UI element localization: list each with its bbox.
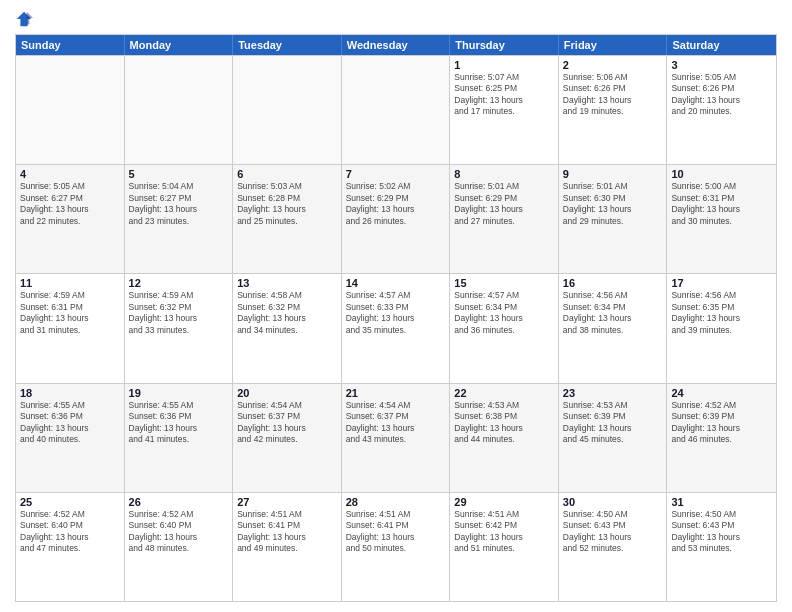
calendar-day-cell: 23Sunrise: 4:53 AM Sunset: 6:39 PM Dayli… [559,384,668,492]
calendar-day-cell [342,56,451,164]
calendar-day-cell: 17Sunrise: 4:56 AM Sunset: 6:35 PM Dayli… [667,274,776,382]
calendar-header-cell: Friday [559,35,668,55]
calendar-day-cell: 27Sunrise: 4:51 AM Sunset: 6:41 PM Dayli… [233,493,342,601]
calendar-week-row: 11Sunrise: 4:59 AM Sunset: 6:31 PM Dayli… [16,273,776,382]
calendar-day-cell: 9Sunrise: 5:01 AM Sunset: 6:30 PM Daylig… [559,165,668,273]
day-info: Sunrise: 5:03 AM Sunset: 6:28 PM Dayligh… [237,181,337,227]
day-info: Sunrise: 4:51 AM Sunset: 6:42 PM Dayligh… [454,509,554,555]
day-info: Sunrise: 4:51 AM Sunset: 6:41 PM Dayligh… [237,509,337,555]
calendar-day-cell: 19Sunrise: 4:55 AM Sunset: 6:36 PM Dayli… [125,384,234,492]
calendar-day-cell: 25Sunrise: 4:52 AM Sunset: 6:40 PM Dayli… [16,493,125,601]
calendar-day-cell: 12Sunrise: 4:59 AM Sunset: 6:32 PM Dayli… [125,274,234,382]
day-number: 26 [129,496,229,508]
day-info: Sunrise: 4:55 AM Sunset: 6:36 PM Dayligh… [129,400,229,446]
day-number: 13 [237,277,337,289]
day-info: Sunrise: 4:58 AM Sunset: 6:32 PM Dayligh… [237,290,337,336]
day-info: Sunrise: 4:56 AM Sunset: 6:35 PM Dayligh… [671,290,772,336]
calendar-day-cell: 2Sunrise: 5:06 AM Sunset: 6:26 PM Daylig… [559,56,668,164]
calendar-day-cell: 5Sunrise: 5:04 AM Sunset: 6:27 PM Daylig… [125,165,234,273]
calendar-day-cell: 8Sunrise: 5:01 AM Sunset: 6:29 PM Daylig… [450,165,559,273]
day-number: 1 [454,59,554,71]
calendar-day-cell: 3Sunrise: 5:05 AM Sunset: 6:26 PM Daylig… [667,56,776,164]
day-number: 7 [346,168,446,180]
calendar-header-cell: Saturday [667,35,776,55]
day-info: Sunrise: 5:01 AM Sunset: 6:30 PM Dayligh… [563,181,663,227]
day-info: Sunrise: 4:54 AM Sunset: 6:37 PM Dayligh… [237,400,337,446]
day-info: Sunrise: 4:56 AM Sunset: 6:34 PM Dayligh… [563,290,663,336]
day-number: 22 [454,387,554,399]
calendar-header-cell: Monday [125,35,234,55]
calendar-day-cell: 20Sunrise: 4:54 AM Sunset: 6:37 PM Dayli… [233,384,342,492]
calendar-header-cell: Wednesday [342,35,451,55]
day-info: Sunrise: 4:53 AM Sunset: 6:38 PM Dayligh… [454,400,554,446]
page-container: SundayMondayTuesdayWednesdayThursdayFrid… [0,0,792,612]
calendar-day-cell: 15Sunrise: 4:57 AM Sunset: 6:34 PM Dayli… [450,274,559,382]
calendar-day-cell: 29Sunrise: 4:51 AM Sunset: 6:42 PM Dayli… [450,493,559,601]
calendar-day-cell: 14Sunrise: 4:57 AM Sunset: 6:33 PM Dayli… [342,274,451,382]
day-number: 21 [346,387,446,399]
calendar-day-cell: 6Sunrise: 5:03 AM Sunset: 6:28 PM Daylig… [233,165,342,273]
calendar-day-cell: 11Sunrise: 4:59 AM Sunset: 6:31 PM Dayli… [16,274,125,382]
day-number: 12 [129,277,229,289]
calendar-week-row: 4Sunrise: 5:05 AM Sunset: 6:27 PM Daylig… [16,164,776,273]
day-number: 19 [129,387,229,399]
day-info: Sunrise: 4:55 AM Sunset: 6:36 PM Dayligh… [20,400,120,446]
day-info: Sunrise: 5:02 AM Sunset: 6:29 PM Dayligh… [346,181,446,227]
calendar-day-cell: 24Sunrise: 4:52 AM Sunset: 6:39 PM Dayli… [667,384,776,492]
day-info: Sunrise: 5:01 AM Sunset: 6:29 PM Dayligh… [454,181,554,227]
day-number: 23 [563,387,663,399]
calendar-header: SundayMondayTuesdayWednesdayThursdayFrid… [16,35,776,55]
calendar-day-cell: 22Sunrise: 4:53 AM Sunset: 6:38 PM Dayli… [450,384,559,492]
calendar-header-cell: Sunday [16,35,125,55]
day-info: Sunrise: 4:52 AM Sunset: 6:39 PM Dayligh… [671,400,772,446]
day-info: Sunrise: 4:50 AM Sunset: 6:43 PM Dayligh… [563,509,663,555]
day-info: Sunrise: 4:54 AM Sunset: 6:37 PM Dayligh… [346,400,446,446]
day-number: 31 [671,496,772,508]
day-info: Sunrise: 4:57 AM Sunset: 6:34 PM Dayligh… [454,290,554,336]
day-info: Sunrise: 4:51 AM Sunset: 6:41 PM Dayligh… [346,509,446,555]
svg-marker-1 [27,12,33,25]
day-number: 17 [671,277,772,289]
day-number: 4 [20,168,120,180]
day-info: Sunrise: 5:06 AM Sunset: 6:26 PM Dayligh… [563,72,663,118]
calendar-day-cell: 10Sunrise: 5:00 AM Sunset: 6:31 PM Dayli… [667,165,776,273]
calendar-day-cell: 1Sunrise: 5:07 AM Sunset: 6:25 PM Daylig… [450,56,559,164]
calendar-day-cell: 31Sunrise: 4:50 AM Sunset: 6:43 PM Dayli… [667,493,776,601]
calendar-day-cell: 28Sunrise: 4:51 AM Sunset: 6:41 PM Dayli… [342,493,451,601]
calendar: SundayMondayTuesdayWednesdayThursdayFrid… [15,34,777,602]
day-number: 27 [237,496,337,508]
day-info: Sunrise: 5:05 AM Sunset: 6:26 PM Dayligh… [671,72,772,118]
day-number: 15 [454,277,554,289]
day-number: 14 [346,277,446,289]
day-number: 11 [20,277,120,289]
day-number: 2 [563,59,663,71]
calendar-header-cell: Tuesday [233,35,342,55]
day-info: Sunrise: 5:07 AM Sunset: 6:25 PM Dayligh… [454,72,554,118]
calendar-day-cell [16,56,125,164]
day-info: Sunrise: 4:57 AM Sunset: 6:33 PM Dayligh… [346,290,446,336]
calendar-day-cell: 16Sunrise: 4:56 AM Sunset: 6:34 PM Dayli… [559,274,668,382]
calendar-day-cell [233,56,342,164]
calendar-week-row: 1Sunrise: 5:07 AM Sunset: 6:25 PM Daylig… [16,55,776,164]
page-header [15,10,777,28]
day-number: 8 [454,168,554,180]
day-number: 29 [454,496,554,508]
calendar-body: 1Sunrise: 5:07 AM Sunset: 6:25 PM Daylig… [16,55,776,601]
calendar-day-cell: 30Sunrise: 4:50 AM Sunset: 6:43 PM Dayli… [559,493,668,601]
day-number: 3 [671,59,772,71]
calendar-week-row: 18Sunrise: 4:55 AM Sunset: 6:36 PM Dayli… [16,383,776,492]
day-number: 28 [346,496,446,508]
day-info: Sunrise: 5:04 AM Sunset: 6:27 PM Dayligh… [129,181,229,227]
calendar-day-cell: 4Sunrise: 5:05 AM Sunset: 6:27 PM Daylig… [16,165,125,273]
day-info: Sunrise: 5:00 AM Sunset: 6:31 PM Dayligh… [671,181,772,227]
calendar-day-cell: 26Sunrise: 4:52 AM Sunset: 6:40 PM Dayli… [125,493,234,601]
calendar-header-cell: Thursday [450,35,559,55]
calendar-day-cell: 13Sunrise: 4:58 AM Sunset: 6:32 PM Dayli… [233,274,342,382]
calendar-week-row: 25Sunrise: 4:52 AM Sunset: 6:40 PM Dayli… [16,492,776,601]
day-number: 30 [563,496,663,508]
calendar-day-cell [125,56,234,164]
day-number: 18 [20,387,120,399]
day-number: 6 [237,168,337,180]
logo [15,10,35,28]
day-number: 16 [563,277,663,289]
